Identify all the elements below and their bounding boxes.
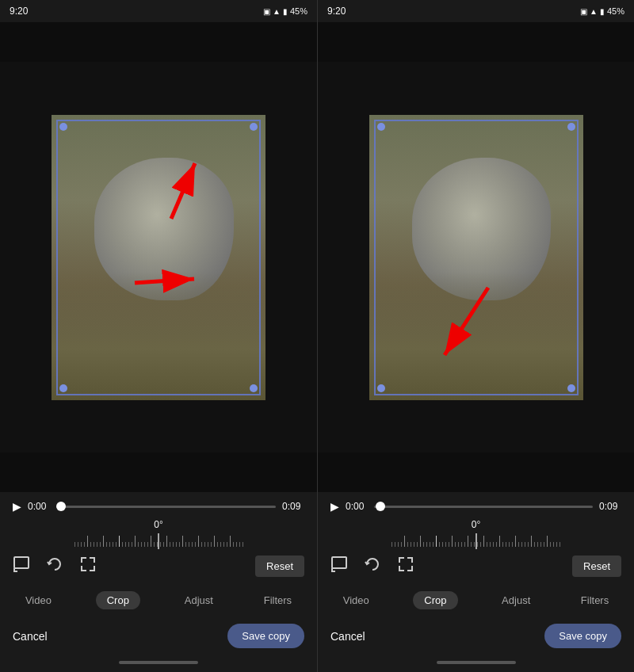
home-bar-left	[119, 661, 198, 664]
tab-adjust-left[interactable]: Adjust	[178, 591, 220, 609]
reset-button-left[interactable]: Reset	[255, 556, 304, 577]
crop-handle-tl-right[interactable]	[377, 123, 385, 131]
tab-video-left[interactable]: Video	[19, 591, 58, 609]
crop-handle-bl-right[interactable]	[377, 384, 385, 392]
home-indicator-left	[0, 656, 317, 672]
crop-overlay-left	[52, 115, 265, 400]
right-phone-panel: 9:20 ▣ ▲ ▮ 45%	[317, 0, 634, 672]
play-button-left[interactable]: ▶	[13, 500, 21, 513]
tabs-row-left: Video Crop Adjust Filters	[0, 585, 317, 616]
save-button-right[interactable]: Save copy	[544, 624, 621, 648]
tool-icons-left	[13, 556, 97, 577]
video-bg-bottom-left	[0, 452, 317, 492]
rotate-icon-right[interactable]	[364, 556, 381, 577]
crop-handle-tr-left[interactable]	[250, 123, 258, 131]
tabs-row-right: Video Crop Adjust Filters	[318, 585, 634, 616]
wifi-icon-right: ▣	[580, 7, 587, 16]
action-bar-left: Cancel Save copy	[0, 616, 317, 656]
home-bar-right	[437, 661, 516, 664]
controls-right: ▶ 0:00 0:09 0°	[318, 492, 634, 585]
time-start-right: 0:00	[346, 501, 368, 512]
svg-rect-4	[14, 557, 29, 568]
tab-video-right[interactable]: Video	[337, 591, 376, 609]
crop-overlay-right	[369, 115, 583, 400]
status-icons-right: ▣ ▲ ▮ 45%	[580, 6, 624, 16]
reset-button-right[interactable]: Reset	[572, 556, 621, 577]
ruler-center-line-left	[158, 533, 159, 549]
tool-icons-right	[330, 556, 414, 577]
aspect-ratio-icon-right[interactable]	[330, 556, 348, 577]
video-bg-top-right	[318, 22, 634, 62]
crop-handle-br-right[interactable]	[567, 384, 575, 392]
crop-handle-tr-right[interactable]	[567, 123, 575, 131]
expand-icon-right[interactable]	[397, 556, 414, 577]
ruler-center-line-right	[476, 533, 477, 549]
seek-bar-right[interactable]	[374, 506, 593, 508]
seek-bar-left[interactable]	[56, 506, 276, 508]
rotation-row-left: 0°	[13, 519, 304, 549]
playback-row-left: ▶ 0:00 0:09	[13, 500, 304, 513]
tools-row-right: Reset	[330, 556, 621, 577]
tab-crop-left[interactable]: Crop	[96, 591, 140, 609]
cancel-button-right[interactable]: Cancel	[330, 630, 365, 643]
rotation-label-right: 0°	[472, 519, 480, 530]
rotate-icon-left[interactable]	[46, 556, 63, 577]
tab-filters-right[interactable]: Filters	[575, 591, 615, 609]
video-bg-bottom-right	[318, 452, 634, 492]
video-frame-left	[52, 115, 265, 400]
rotation-ruler-left[interactable]	[13, 533, 304, 549]
time-start-left: 0:00	[28, 501, 50, 512]
battery-icon-right: ▮	[600, 7, 605, 16]
status-time-left: 9:20	[10, 6, 28, 17]
signal-icon-right: ▲	[590, 7, 598, 16]
seek-dot-right[interactable]	[376, 502, 385, 511]
play-button-right[interactable]: ▶	[330, 500, 339, 513]
save-button-left[interactable]: Save copy	[227, 624, 304, 648]
crop-border-right	[374, 120, 579, 395]
time-end-left: 0:09	[282, 501, 304, 512]
time-end-right: 0:09	[599, 501, 621, 512]
rotation-label-left: 0°	[154, 519, 162, 530]
aspect-ratio-icon-left[interactable]	[13, 556, 30, 577]
status-bar-left: 9:20 ▣ ▲ ▮ 45%	[0, 0, 317, 22]
crop-handle-tl-left[interactable]	[59, 123, 67, 131]
wifi-icon: ▣	[263, 7, 270, 16]
action-bar-right: Cancel Save copy	[318, 616, 634, 656]
video-area-left	[0, 22, 317, 492]
svg-rect-7	[332, 557, 346, 568]
status-bar-right: 9:20 ▣ ▲ ▮ 45%	[318, 0, 634, 22]
rotation-row-right: 0°	[330, 519, 621, 549]
status-time-right: 9:20	[327, 6, 346, 17]
video-area-right	[318, 22, 634, 492]
crop-handle-bl-left[interactable]	[59, 384, 67, 392]
signal-icon: ▲	[273, 7, 281, 16]
tab-crop-right[interactable]: Crop	[413, 591, 457, 609]
controls-left: ▶ 0:00 0:09 0°	[0, 492, 317, 585]
playback-row-right: ▶ 0:00 0:09	[330, 500, 621, 513]
home-indicator-right	[318, 656, 634, 672]
video-bg-top-left	[0, 22, 317, 62]
tools-row-left: Reset	[13, 556, 304, 577]
battery-pct-left: 45%	[290, 6, 307, 16]
left-phone-panel: 9:20 ▣ ▲ ▮ 45%	[0, 0, 317, 672]
tab-filters-left[interactable]: Filters	[258, 591, 298, 609]
status-icons-left: ▣ ▲ ▮ 45%	[263, 6, 307, 16]
cancel-button-left[interactable]: Cancel	[13, 630, 48, 643]
seek-dot-left[interactable]	[56, 502, 66, 511]
expand-icon-left[interactable]	[79, 556, 97, 577]
battery-icon: ▮	[283, 7, 288, 16]
crop-handle-br-left[interactable]	[250, 384, 258, 392]
tab-adjust-right[interactable]: Adjust	[495, 591, 537, 609]
crop-border-left	[56, 120, 261, 395]
rotation-ruler-right[interactable]	[330, 533, 621, 549]
battery-pct-right: 45%	[607, 6, 624, 16]
video-frame-right	[369, 115, 583, 400]
